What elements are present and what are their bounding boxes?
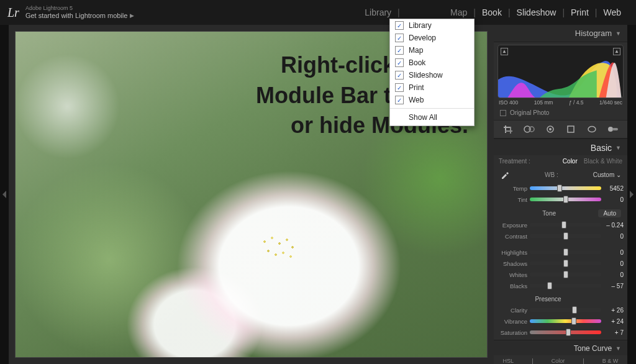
ctx-item-library[interactable]: ✓Library <box>390 19 474 32</box>
checkbox-icon[interactable] <box>500 110 506 116</box>
histogram[interactable]: ▲ ▲ <box>497 45 624 98</box>
check-icon: ✓ <box>395 46 404 55</box>
develop-tool-row <box>494 120 627 139</box>
check-icon: ✓ <box>395 96 404 104</box>
crop-tool-icon[interactable] <box>501 123 516 135</box>
ctx-item-web[interactable]: ✓Web <box>390 94 474 106</box>
chevron-down-icon: ▼ <box>616 145 621 151</box>
slider-exposure[interactable]: Exposure– 0.24 <box>497 220 624 230</box>
slider-saturation[interactable]: Saturation+ 7 <box>497 327 624 337</box>
svg-rect-8 <box>568 126 574 132</box>
ctx-item-print[interactable]: ✓Print <box>390 81 474 94</box>
auto-tone-button[interactable]: Auto <box>598 209 621 217</box>
slider-vibrance[interactable]: Vibrance+ 24 <box>497 316 624 326</box>
eyedropper-icon[interactable] <box>500 170 510 180</box>
check-icon: ✓ <box>395 71 404 80</box>
slider-clarity[interactable]: Clarity+ 26 <box>497 305 624 315</box>
ctx-item-book[interactable]: ✓Book <box>390 57 474 69</box>
chevron-down-icon: ▼ <box>616 30 621 37</box>
check-icon: ✓ <box>395 83 404 92</box>
svg-point-5 <box>529 127 534 132</box>
app-title: Adobe Lightroom 5 <box>25 5 134 12</box>
check-icon: ✓ <box>395 58 404 67</box>
module-library[interactable]: Library <box>358 7 398 17</box>
left-panel-collapse[interactable] <box>0 25 9 364</box>
slider-tint[interactable]: Tint0 <box>497 194 624 204</box>
ctx-item-slideshow[interactable]: ✓Slideshow <box>390 69 474 81</box>
treatment-bw[interactable]: Black & White <box>584 158 622 165</box>
spot-removal-icon[interactable] <box>522 123 537 135</box>
treatment-color[interactable]: Color <box>563 158 578 165</box>
tone-curve-header[interactable]: Tone Curve▼ <box>494 340 627 355</box>
slider-whites[interactable]: Whites0 <box>497 270 624 280</box>
app-title-area: Adobe Lightroom 5 Get started with Light… <box>25 5 134 20</box>
ctx-item-develop[interactable]: ✓Develop <box>390 32 474 44</box>
tone-subhead: Tone <box>500 210 598 217</box>
graduated-filter-icon[interactable] <box>563 123 578 135</box>
module-map[interactable]: Map <box>444 7 473 17</box>
svg-rect-0 <box>505 125 506 133</box>
svg-point-10 <box>608 127 613 132</box>
svg-rect-3 <box>505 130 512 132</box>
slider-blacks[interactable]: Blacks– 57 <box>497 281 624 291</box>
slider-temp[interactable]: Temp5452 <box>497 183 624 193</box>
right-panel-collapse[interactable] <box>627 25 636 364</box>
svg-rect-2 <box>510 127 511 134</box>
original-photo-toggle[interactable]: Original Photo <box>494 107 627 120</box>
white-balance-row: WB : Custom ⌄ <box>494 167 627 182</box>
slider-shadows[interactable]: Shadows0 <box>497 258 624 268</box>
lr-logo: Lr <box>7 6 19 20</box>
top-bar: Lr Adobe Lightroom 5 Get started with Li… <box>0 0 636 25</box>
check-icon: ✓ <box>395 34 404 42</box>
ctx-item-map[interactable]: ✓Map <box>390 44 474 57</box>
svg-rect-11 <box>612 128 618 130</box>
histogram-meta: ISO 400 105 mm ƒ / 4.5 1/640 sec <box>494 98 627 107</box>
right-panel: Histogram▼ ▲ ▲ ISO 400 105 mm ƒ / 4.5 1/… <box>494 25 627 364</box>
hsl-header[interactable]: HSL| Color| B & W <box>494 355 627 364</box>
svg-point-7 <box>549 128 552 130</box>
module-web[interactable]: Web <box>597 7 627 17</box>
arrow-right-icon: ▶ <box>130 12 134 19</box>
wb-dropdown[interactable]: Custom ⌄ <box>593 171 621 178</box>
adjustment-brush-icon[interactable] <box>606 123 620 135</box>
slider-highlights[interactable]: Highlights0 <box>497 247 624 257</box>
presence-subhead: Presence <box>500 296 596 303</box>
module-book[interactable]: Book <box>476 7 508 17</box>
ctx-show-all[interactable]: Show All <box>390 111 474 125</box>
check-icon: ✓ <box>395 21 404 30</box>
svg-point-9 <box>588 127 596 132</box>
basic-header[interactable]: Basic▼ <box>494 139 627 155</box>
redeye-tool-icon[interactable] <box>543 123 558 135</box>
module-slideshow[interactable]: Slideshow <box>511 7 563 17</box>
histogram-header[interactable]: Histogram▼ <box>494 25 627 42</box>
radial-filter-icon[interactable] <box>584 123 599 135</box>
slider-contrast[interactable]: Contrast0 <box>497 231 624 241</box>
module-print[interactable]: Print <box>565 7 595 17</box>
lightroom-mobile-link[interactable]: Get started with Lightroom mobile <box>25 12 127 20</box>
module-context-menu[interactable]: ✓Library✓Develop✓Map✓Book✓Slideshow✓Prin… <box>389 19 475 126</box>
treatment-row: Treatment : Color Black & White <box>494 155 627 167</box>
